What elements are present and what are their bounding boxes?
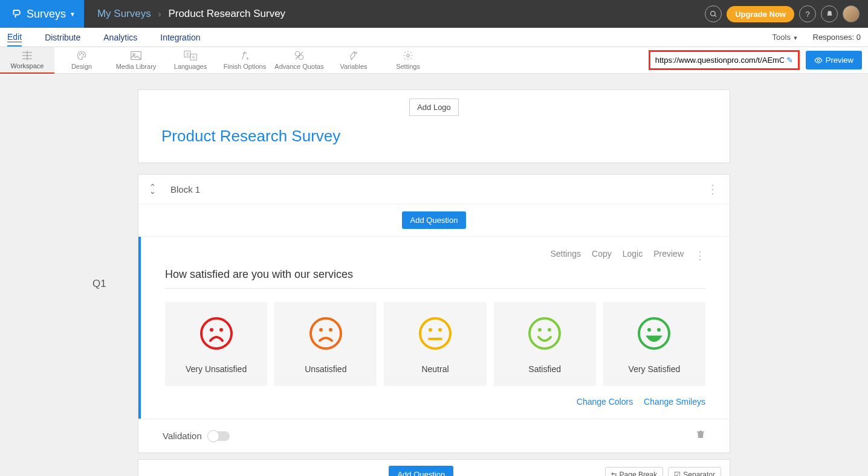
app-name: Surveys xyxy=(27,8,66,21)
validation-row: Validation xyxy=(138,419,730,452)
smiley-label: Neutral xyxy=(389,364,481,374)
toolbar-workspace[interactable]: Workspace xyxy=(0,47,54,73)
question-container: Q1 Settings Copy Logic Preview ⋮ How sat… xyxy=(138,237,730,419)
question-actions: Settings Copy Logic Preview ⋮ xyxy=(165,249,705,262)
q-preview[interactable]: Preview xyxy=(653,249,684,262)
block-name[interactable]: Block 1 xyxy=(170,184,200,195)
chevron-right-icon: › xyxy=(158,9,161,19)
toolbar-languages[interactable]: 文A Languages xyxy=(163,47,218,73)
svg-text:文: 文 xyxy=(186,52,190,56)
search-icon[interactable] xyxy=(705,5,722,22)
tab-analytics[interactable]: Analytics xyxy=(103,29,137,46)
smiley-label: Unsatisfied xyxy=(279,364,372,374)
breadcrumb-current: Product Research Survey xyxy=(168,8,285,20)
survey-url-box: ✎ xyxy=(649,50,800,70)
svg-point-0 xyxy=(710,11,715,16)
logo-icon xyxy=(11,8,22,19)
svg-point-35 xyxy=(647,328,651,332)
help-icon[interactable]: ? xyxy=(799,5,816,22)
caret-down-icon: ▼ xyxy=(70,11,76,18)
question-text[interactable]: How satisfied are you with our services xyxy=(165,268,705,289)
question-number: Q1 xyxy=(78,278,132,290)
q-copy[interactable]: Copy xyxy=(592,249,612,262)
svg-point-6 xyxy=(79,54,80,56)
svg-point-19 xyxy=(407,54,410,57)
toolbar-media[interactable]: Media Library xyxy=(109,47,163,73)
toolbar-design[interactable]: Design xyxy=(54,47,109,73)
edit-url-icon[interactable]: ✎ xyxy=(786,56,793,65)
add-logo-button[interactable]: Add Logo xyxy=(409,98,459,116)
upgrade-button[interactable]: Upgrade Now xyxy=(727,6,794,22)
breadcrumb: My Surveys › Product Research Survey xyxy=(97,8,285,20)
toolbar-quotas[interactable]: Advance Quotas xyxy=(272,47,326,73)
tools-dropdown[interactable]: Tools ▼ xyxy=(772,33,798,42)
validation-label: Validation xyxy=(163,431,202,441)
tab-integration[interactable]: Integration xyxy=(160,29,200,46)
svg-point-29 xyxy=(438,328,442,332)
tab-edit[interactable]: Edit xyxy=(7,28,22,47)
add-question-button-bottom[interactable]: Add Question xyxy=(389,466,453,476)
block-menu-icon[interactable]: ⋮ xyxy=(707,182,719,196)
q-settings[interactable]: Settings xyxy=(550,249,581,262)
smiley-option-2[interactable]: Neutral xyxy=(384,302,486,386)
editor-canvas: Add Logo Product Research Survey ⌃⌄ Bloc… xyxy=(138,89,730,476)
smiley-label: Very Satisfied xyxy=(608,364,701,374)
bottom-actions: Add Question ⇆Page Break ☑Separator xyxy=(138,459,730,476)
svg-point-24 xyxy=(311,318,341,349)
avatar[interactable] xyxy=(843,5,860,22)
editor-toolbar: Workspace Design Media Library 文A Langua… xyxy=(0,47,868,74)
svg-point-36 xyxy=(657,328,661,332)
add-question-button[interactable]: Add Question xyxy=(402,211,467,229)
change-colors-link[interactable]: Change Colors xyxy=(577,397,633,407)
tab-distribute[interactable]: Distribute xyxy=(45,29,80,46)
smiley-change-links: Change Colors Change Smileys xyxy=(165,397,705,407)
svg-point-28 xyxy=(429,328,432,332)
survey-title[interactable]: Product Research Survey xyxy=(138,127,730,146)
svg-point-32 xyxy=(538,328,542,332)
collapse-icon[interactable]: ⌃⌄ xyxy=(149,185,156,193)
svg-point-22 xyxy=(210,328,213,332)
svg-point-20 xyxy=(817,59,820,62)
change-smilies-link[interactable]: Change Smileys xyxy=(644,397,705,407)
app-header: Surveys ▼ My Surveys › Product Research … xyxy=(0,0,868,28)
question-body: Settings Copy Logic Preview ⋮ How satisf… xyxy=(138,237,730,419)
preview-button[interactable]: Preview xyxy=(806,51,862,69)
smiley-label: Very Unsatisfied xyxy=(170,364,262,374)
svg-point-25 xyxy=(319,328,323,332)
smiley-label: Satisfied xyxy=(499,364,591,374)
svg-point-18 xyxy=(355,52,357,54)
svg-point-34 xyxy=(639,318,669,349)
q-menu-icon[interactable]: ⋮ xyxy=(695,249,705,262)
app-switcher[interactable]: Surveys ▼ xyxy=(0,0,84,28)
validation-toggle[interactable] xyxy=(208,431,230,441)
page-break-button[interactable]: ⇆Page Break xyxy=(605,467,664,477)
smiley-option-1[interactable]: Unsatisfied xyxy=(274,302,377,386)
svg-point-33 xyxy=(548,328,551,332)
separator-button[interactable]: ☑Separator xyxy=(668,467,721,477)
svg-point-27 xyxy=(420,318,450,349)
smiley-option-4[interactable]: Very Satisfied xyxy=(603,302,705,386)
q-logic[interactable]: Logic xyxy=(623,249,643,262)
block-card: ⌃⌄ Block 1 ⋮ Add Question Q1 Settings Co… xyxy=(138,174,730,453)
header-actions: Upgrade Now ? xyxy=(705,5,868,22)
add-question-row-top: Add Question xyxy=(138,204,730,237)
toolbar-settings[interactable]: Settings xyxy=(381,47,435,73)
toolbar-variables[interactable]: Variables xyxy=(326,47,381,73)
breadcrumb-link[interactable]: My Surveys xyxy=(97,8,151,20)
responses-count[interactable]: Responses: 0 xyxy=(813,33,861,42)
toolbar-finish[interactable]: Finish Options xyxy=(218,47,272,73)
svg-point-21 xyxy=(201,318,232,349)
survey-url-input[interactable] xyxy=(655,56,784,65)
svg-text:A: A xyxy=(192,55,195,59)
smiley-options: Very Unsatisfied Unsatisfied Neutral xyxy=(165,302,705,386)
smiley-option-3[interactable]: Satisfied xyxy=(494,302,596,386)
svg-point-7 xyxy=(81,53,82,54)
block-header: ⌃⌄ Block 1 ⋮ xyxy=(138,175,730,204)
svg-point-31 xyxy=(530,318,560,349)
svg-point-26 xyxy=(329,328,332,332)
survey-title-card: Add Logo Product Research Survey xyxy=(138,89,730,163)
notification-icon[interactable] xyxy=(821,5,838,22)
svg-point-8 xyxy=(83,54,84,56)
delete-question-icon[interactable] xyxy=(696,429,705,443)
smiley-option-0[interactable]: Very Unsatisfied xyxy=(165,302,267,386)
